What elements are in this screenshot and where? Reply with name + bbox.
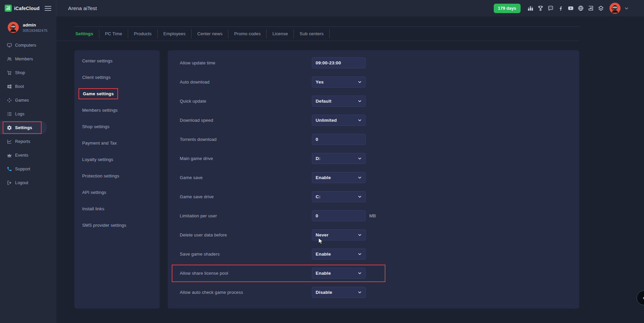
sidebar-item-computers[interactable]: Computers [0, 38, 56, 52]
tab-pc-time[interactable]: PC Time [99, 29, 128, 39]
field-control[interactable]: C: [312, 191, 366, 202]
field-control[interactable]: Enable [312, 249, 366, 260]
chevron-down-icon [358, 156, 362, 161]
submenu-game-settings[interactable]: Game settings [74, 86, 160, 102]
monitor-icon [7, 43, 12, 48]
submenu-loyalty-settings[interactable]: Loyalty settings [74, 151, 160, 168]
submenu-center-settings[interactable]: Center settings [74, 53, 160, 69]
users-icon [7, 56, 12, 62]
discord-icon[interactable] [547, 5, 554, 11]
chevron-down-icon [358, 99, 362, 103]
tab-promo-codes[interactable]: Promo codes [228, 29, 267, 39]
field-value: C: [316, 194, 321, 199]
field-value: 0 [316, 213, 318, 218]
brand-name: iCafeCloud [14, 6, 40, 11]
field-control[interactable]: Enable [312, 268, 366, 279]
sidebar-item-shop[interactable]: Shop [0, 66, 56, 79]
avatar[interactable] [8, 22, 19, 33]
field-value: D: [316, 156, 321, 161]
sidebar-item-settings[interactable]: Settings [0, 121, 47, 134]
tab-license[interactable]: License [267, 29, 294, 39]
sidebar-item-games[interactable]: Games [0, 93, 56, 107]
submenu-api-settings[interactable]: API settings [74, 184, 160, 201]
submenu-install-links[interactable]: Install links [74, 201, 160, 217]
trophy-icon[interactable] [537, 5, 544, 11]
field-value: Enable [316, 252, 331, 257]
submenu-item-label: Center settings [82, 58, 112, 63]
sidebar-item-events[interactable]: Events [0, 148, 56, 162]
field-label: Game save drive [180, 194, 312, 199]
field-label: Quick update [180, 99, 312, 104]
sidebar-item-label: Boot [15, 84, 24, 89]
tab-employees[interactable]: Employees [158, 29, 192, 39]
field-control[interactable]: D: [312, 153, 366, 164]
submenu-item-label: SMS provider settings [82, 223, 126, 228]
submenu-members-settings[interactable]: Members settings [74, 102, 160, 118]
tab-products[interactable]: Products [128, 29, 158, 39]
license-days-badge[interactable]: 179 days [494, 4, 521, 13]
chevron-down-icon [358, 252, 362, 256]
submenu-sms-provider-settings[interactable]: SMS provider settings [74, 217, 160, 233]
field-label: Main game drive [180, 156, 312, 161]
collapse-panel-button[interactable] [637, 290, 644, 305]
chevron-left-icon [642, 295, 644, 301]
gamepad-icon [7, 98, 12, 103]
field-label: Allow auto check game process [180, 290, 312, 295]
ranking-icon[interactable] [527, 5, 534, 11]
field-control[interactable]: 09:00-23:00 [312, 57, 366, 68]
submenu-item-label: Protection settings [82, 173, 119, 178]
submenu-item-label: Members settings [82, 108, 118, 113]
chevron-down-icon [358, 290, 362, 294]
avatar[interactable] [609, 3, 621, 14]
youtube-icon[interactable] [568, 5, 574, 11]
field-control[interactable]: Yes [312, 76, 366, 88]
field-control[interactable]: Unlimited [312, 115, 366, 126]
brand: iCafeCloud [0, 0, 56, 16]
brand-logo[interactable]: iCafeCloud [5, 5, 40, 12]
submenu-payment-and-tax[interactable]: Payment and Tax [74, 135, 160, 151]
field-label: Auto download [180, 79, 312, 85]
topbar: iCafeCloud Arena aiTest 179 days [0, 0, 644, 16]
field-control[interactable]: Enable [312, 172, 366, 183]
facebook-icon[interactable] [557, 5, 564, 11]
row-game-save-drive: Game save drive C: [168, 187, 579, 206]
row-torrents-download: Torrents download 0 [168, 130, 579, 149]
sidebar-item-logs[interactable]: Logs [0, 107, 56, 121]
field-value: Enable [316, 271, 331, 276]
field-value: Default [316, 99, 331, 104]
submenu-item-label: Payment and Tax [82, 141, 117, 146]
sidebar-item-reports[interactable]: Reports [0, 134, 56, 148]
field-label: Game save [180, 175, 312, 180]
field-control[interactable]: 0 [312, 134, 366, 145]
field-label: Download speed [180, 118, 312, 123]
topbar-right: 179 days [494, 3, 644, 14]
field-control[interactable]: Default [312, 96, 366, 107]
sidebar-item-label: Games [15, 98, 29, 103]
hamburger-menu-icon[interactable] [45, 6, 51, 11]
submenu-item-label: Install links [82, 206, 104, 211]
sidebar-item-support[interactable]: Support [0, 162, 56, 176]
field-suffix: MB [369, 213, 376, 218]
submenu-item-label: Loyalty settings [82, 157, 113, 162]
tab-sub-centers[interactable]: Sub centers [294, 29, 330, 39]
sidebar-item-boot[interactable]: Boot [0, 79, 56, 93]
submenu-protection-settings[interactable]: Protection settings [74, 168, 160, 184]
field-control[interactable]: Never [312, 229, 366, 240]
submenu-client-settings[interactable]: Client settings [74, 69, 160, 86]
row-delete-user-data-before: Delete user data before Never [168, 225, 579, 245]
tab-center-news[interactable]: Center news [192, 29, 228, 39]
field-control[interactable]: Disable [312, 287, 366, 298]
globe-icon[interactable] [578, 5, 584, 11]
submenu-shop-settings[interactable]: Shop settings [74, 118, 160, 135]
layers-icon[interactable] [598, 5, 604, 11]
field-label: Delete user data before [180, 232, 312, 237]
icafecloud-icon[interactable] [588, 5, 594, 11]
tab-settings[interactable]: Settings [74, 29, 99, 39]
settings-submenu-panel: Center settings Client settings Game set… [74, 50, 160, 309]
chevron-down-icon[interactable] [624, 6, 629, 11]
field-control[interactable]: 0 [312, 210, 366, 221]
ninja-avatar-icon [610, 4, 620, 14]
tab-bar: Settings PC Time Products Employees Cent… [74, 27, 330, 41]
sidebar-item-logout[interactable]: Logout [0, 176, 56, 190]
sidebar-item-members[interactable]: Members [0, 52, 56, 66]
